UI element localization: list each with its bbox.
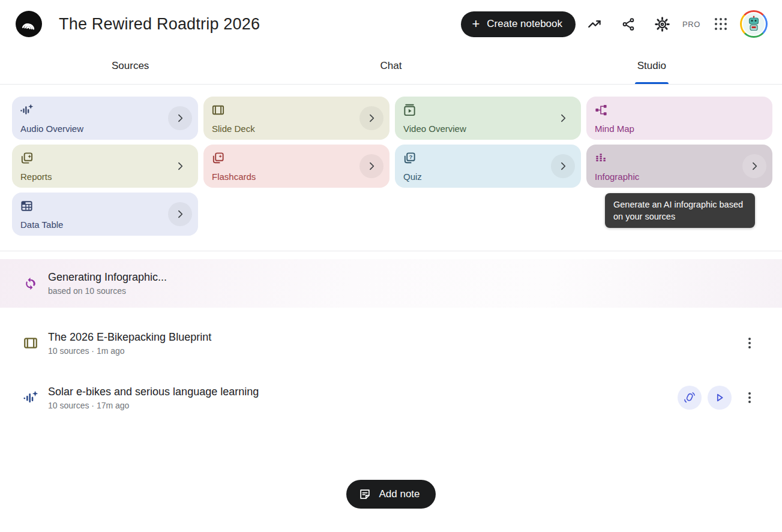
studio-tool-card-audio-overview[interactable]: Audio Overview	[12, 97, 198, 140]
panel-tabbar: Sources Chat Studio	[0, 48, 782, 85]
studio-divider	[0, 251, 782, 251]
active-tab-underline	[635, 82, 669, 84]
waving-hand-icon	[683, 391, 696, 404]
play-icon	[713, 391, 726, 404]
slide-deck-icon	[23, 335, 38, 351]
artifact-title: Solar e-bikes and serious language learn…	[48, 386, 259, 398]
tab-sources-label: Sources	[112, 60, 149, 72]
studio-tool-label: Reports	[20, 172, 52, 182]
logo-arcs-icon	[20, 15, 38, 33]
mind-map-icon	[594, 103, 608, 117]
chevron-right-icon[interactable]	[168, 202, 192, 226]
slide-deck-icon	[211, 103, 225, 117]
chevron-right-icon[interactable]	[359, 154, 383, 178]
google-apps-button[interactable]	[706, 10, 735, 38]
infographic-bars-icon	[594, 151, 608, 165]
chevron-right-icon[interactable]	[168, 106, 192, 130]
tab-studio-label: Studio	[637, 60, 666, 72]
studio-tool-label: Flashcards	[212, 172, 256, 182]
studio-tool-card-quiz[interactable]: ? Quiz	[395, 145, 581, 188]
audio-waveform-sparkle-icon	[20, 103, 34, 117]
artifact-subtitle: 10 sources · 17m ago	[48, 401, 259, 410]
apps-grid-icon	[715, 18, 727, 30]
sync-progress-icon	[23, 276, 38, 291]
chevron-right-icon[interactable]	[551, 154, 575, 178]
studio-tool-card-data-table[interactable]: Data Table	[12, 193, 198, 236]
chevron-right-icon[interactable]	[742, 154, 766, 178]
svg-text:?: ?	[409, 154, 412, 160]
studio-tool-card-flashcards[interactable]: Flashcards	[203, 145, 389, 188]
add-note-button[interactable]: Add note	[346, 480, 435, 509]
studio-tool-label: Infographic	[595, 172, 639, 182]
tab-chat-label: Chat	[380, 60, 402, 72]
account-avatar[interactable]	[740, 10, 768, 38]
studio-tool-card-video-overview[interactable]: Video Overview	[395, 97, 581, 140]
more-menu-button[interactable]	[738, 386, 762, 410]
studio-tool-card-mind-map[interactable]: Mind Map	[586, 97, 772, 140]
tab-studio[interactable]: Studio	[522, 48, 782, 84]
chevron-right-icon[interactable]	[359, 106, 383, 130]
artifact-title: Generating Infographic...	[48, 271, 167, 284]
studio-tool-label: Audio Overview	[20, 124, 83, 134]
flashcards-star-icon	[211, 151, 225, 165]
avatar-robot-image	[742, 12, 766, 36]
create-notebook-label: Create notebook	[487, 18, 562, 30]
share-icon	[621, 17, 636, 32]
share-button[interactable]	[614, 10, 643, 38]
studio-tool-label: Video Overview	[403, 124, 466, 134]
add-note-label: Add note	[379, 488, 420, 500]
infographic-tooltip: Generate an AI infographic based on your…	[605, 193, 755, 228]
more-menu-button[interactable]	[738, 331, 762, 355]
notebooklm-logo[interactable]	[16, 11, 42, 37]
trending-up-icon	[587, 16, 603, 32]
artifact-subtitle: 10 sources · 1m ago	[48, 346, 211, 356]
pro-badge: PRO	[682, 20, 700, 29]
video-overview-icon	[403, 103, 417, 117]
play-button[interactable]	[708, 386, 732, 410]
settings-button[interactable]	[648, 10, 676, 38]
quiz-question-cards-icon: ?	[403, 151, 417, 165]
artifact-subtitle: based on 10 sources	[48, 286, 167, 296]
analytics-button[interactable]	[580, 10, 609, 38]
settings-gear-icon	[654, 16, 670, 32]
studio-tool-label: Quiz	[403, 172, 422, 182]
artifact-row-solar-ebikes-audio[interactable]: Solar e-bikes and serious language learn…	[0, 378, 782, 417]
artifact-row-ebikepacking-blueprint[interactable]: The 2026 E-Bikepacking Blueprint 10 sour…	[0, 324, 782, 362]
data-table-icon	[20, 199, 34, 213]
reports-sparkle-icon	[20, 151, 34, 165]
studio-tool-card-reports[interactable]: Reports	[12, 145, 198, 188]
studio-tool-card-slide-deck[interactable]: Slide Deck	[203, 97, 389, 140]
studio-artifacts-list: Generating Infographic... based on 10 so…	[0, 259, 782, 417]
create-notebook-button[interactable]: + Create notebook	[461, 11, 576, 37]
artifact-row-generating-infographic[interactable]: Generating Infographic... based on 10 so…	[0, 259, 782, 308]
studio-tool-card-infographic[interactable]: Infographic	[586, 145, 772, 188]
tab-sources[interactable]: Sources	[0, 48, 260, 84]
audio-waveform-sparkle-icon	[23, 390, 38, 405]
app-header: The Rewired Roadtrip 2026 + Create noteb…	[0, 0, 782, 48]
chevron-right-icon[interactable]	[168, 154, 192, 178]
note-icon	[358, 488, 371, 501]
studio-tool-label: Data Table	[20, 220, 63, 230]
tab-chat[interactable]: Chat	[260, 48, 521, 84]
studio-tool-label: Slide Deck	[212, 124, 255, 134]
studio-tool-label: Mind Map	[595, 124, 634, 134]
plus-icon: +	[472, 17, 480, 31]
interactive-mode-button[interactable]	[678, 386, 702, 410]
artifact-title: The 2026 E-Bikepacking Blueprint	[48, 331, 211, 344]
notebook-title[interactable]: The Rewired Roadtrip 2026	[59, 15, 260, 34]
chevron-right-icon[interactable]	[551, 106, 575, 130]
